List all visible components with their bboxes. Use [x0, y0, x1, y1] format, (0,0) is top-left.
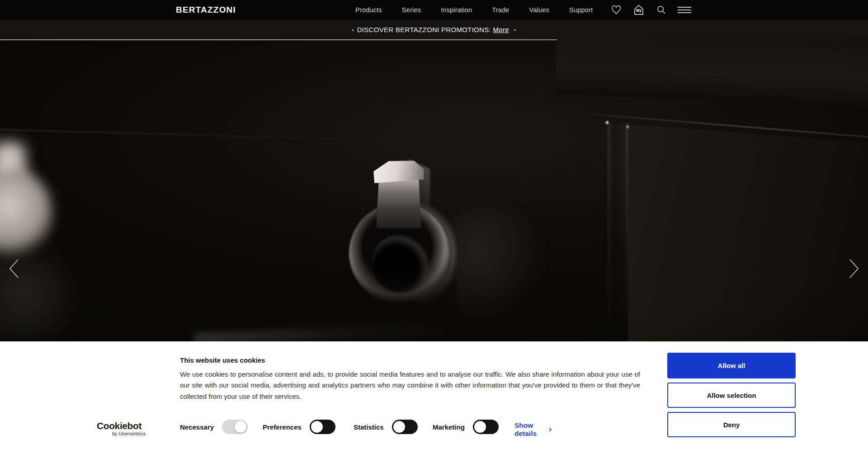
my-account-label: My	[633, 8, 645, 13]
wishlist-heart-icon[interactable]	[611, 5, 621, 14]
toggle-thumb	[311, 421, 323, 433]
carousel-next-button[interactable]	[846, 257, 862, 280]
marketing-toggle[interactable]	[473, 420, 499, 434]
promo-bullet-right: ▪	[514, 28, 516, 33]
cookiebot-logo-name: Cookiebot	[97, 421, 146, 430]
cookie-banner-title: This website uses cookies	[180, 356, 265, 364]
marketing-label: Marketing	[433, 423, 465, 431]
toggle-thumb	[474, 421, 486, 433]
cookiebot-logo[interactable]: Cookiebot by Usercentrics	[97, 421, 146, 436]
show-details-link[interactable]: Show details	[514, 421, 552, 438]
hero-carousel	[0, 39, 868, 341]
statistics-label: Statistics	[354, 423, 384, 431]
consent-group-necessary: Necessary	[180, 419, 248, 435]
hero-vignette	[0, 39, 868, 341]
allow-all-button[interactable]: Allow all	[667, 353, 796, 378]
nav-item-values[interactable]: Values	[529, 6, 549, 14]
promo-text: ▪DISCOVER BERTAZZONI PROMOTIONS: More ▪	[349, 26, 519, 33]
necessary-toggle[interactable]	[222, 420, 248, 434]
toggle-thumb	[235, 421, 246, 433]
promo-bullet-left: ▪	[352, 28, 354, 33]
preferences-toggle[interactable]	[310, 420, 335, 434]
deny-button[interactable]: Deny	[667, 412, 796, 437]
cookie-consent-banner: Cookiebot by Usercentrics This website u…	[0, 341, 868, 449]
my-account-house-icon[interactable]: My	[633, 5, 645, 15]
consent-group-statistics: Statistics	[354, 419, 418, 435]
header-icon-group: My	[611, 0, 691, 19]
toggle-thumb	[393, 421, 405, 433]
carousel-prev-button[interactable]	[6, 257, 22, 280]
menu-icon[interactable]	[678, 6, 691, 14]
nav-item-trade[interactable]: Trade	[492, 6, 509, 14]
bertazzoni-logo[interactable]: BERTAZZONI	[176, 5, 236, 15]
bertazzoni-homepage: BERTAZZONI Products Series Inspiration T…	[0, 0, 868, 449]
nav-item-series[interactable]: Series	[402, 6, 421, 14]
top-navigation-bar: BERTAZZONI Products Series Inspiration T…	[0, 0, 868, 19]
consent-group-marketing: Marketing	[433, 419, 499, 435]
promo-more-link[interactable]: More	[493, 26, 509, 33]
promo-bar: ▪DISCOVER BERTAZZONI PROMOTIONS: More ▪	[0, 19, 868, 39]
nav-item-inspiration[interactable]: Inspiration	[441, 6, 472, 14]
cookie-banner-description: We use cookies to personalise content an…	[180, 369, 640, 402]
search-icon[interactable]	[656, 5, 666, 14]
chevron-right-icon	[549, 425, 552, 434]
nav-item-products[interactable]: Products	[355, 6, 382, 14]
necessary-label: Necessary	[180, 423, 214, 431]
preferences-label: Preferences	[263, 423, 302, 431]
nav-item-support[interactable]: Support	[569, 6, 593, 14]
statistics-toggle[interactable]	[392, 420, 418, 434]
main-nav: Products Series Inspiration Trade Values…	[355, 0, 593, 19]
allow-selection-button[interactable]: Allow selection	[667, 383, 796, 408]
promo-message: DISCOVER BERTAZZONI PROMOTIONS:	[357, 26, 491, 33]
show-details-label: Show details	[514, 421, 539, 438]
cookiebot-logo-byline: by Usercentrics	[97, 431, 146, 436]
consent-group-preferences: Preferences	[263, 419, 335, 435]
